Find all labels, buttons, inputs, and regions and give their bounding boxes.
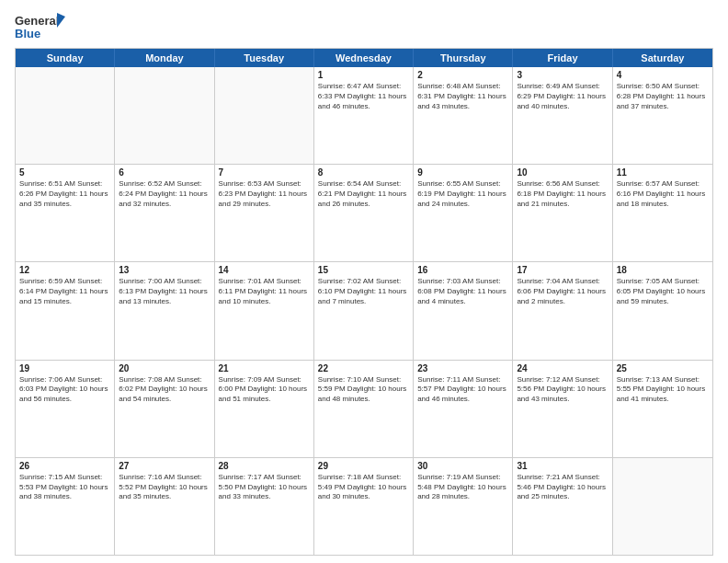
day-cell: 23Sunrise: 7:11 AM Sunset: 5:57 PM Dayli… bbox=[414, 361, 513, 457]
day-cell: 2Sunrise: 6:48 AM Sunset: 6:31 PM Daylig… bbox=[414, 67, 513, 164]
day-cell: 14Sunrise: 7:01 AM Sunset: 6:11 PM Dayli… bbox=[215, 262, 314, 359]
day-info: Sunrise: 7:17 AM Sunset: 5:50 PM Dayligh… bbox=[219, 473, 310, 502]
day-info: Sunrise: 7:18 AM Sunset: 5:49 PM Dayligh… bbox=[318, 473, 409, 502]
day-number: 27 bbox=[119, 461, 210, 471]
logo: GeneralBlue bbox=[15, 11, 65, 44]
day-number: 6 bbox=[119, 167, 210, 178]
day-cell bbox=[613, 458, 712, 555]
week-row-3: 19Sunrise: 7:06 AM Sunset: 6:03 PM Dayli… bbox=[16, 360, 712, 457]
week-row-0: 1Sunrise: 6:47 AM Sunset: 6:33 PM Daylig… bbox=[16, 67, 712, 164]
day-info: Sunrise: 7:16 AM Sunset: 5:52 PM Dayligh… bbox=[119, 473, 210, 502]
day-number: 20 bbox=[119, 363, 210, 373]
day-info: Sunrise: 7:06 AM Sunset: 6:03 PM Dayligh… bbox=[19, 375, 110, 405]
day-cell: 18Sunrise: 7:05 AM Sunset: 6:05 PM Dayli… bbox=[613, 262, 712, 359]
day-cell: 1Sunrise: 6:47 AM Sunset: 6:33 PM Daylig… bbox=[314, 67, 414, 164]
day-cell: 25Sunrise: 7:13 AM Sunset: 5:55 PM Dayli… bbox=[613, 361, 712, 457]
day-header-saturday: Saturday bbox=[613, 49, 712, 67]
day-info: Sunrise: 6:48 AM Sunset: 6:31 PM Dayligh… bbox=[417, 82, 508, 111]
day-number: 22 bbox=[318, 363, 409, 373]
day-header-monday: Monday bbox=[115, 49, 214, 67]
calendar-header: SundayMondayTuesdayWednesdayThursdayFrid… bbox=[16, 49, 712, 67]
day-info: Sunrise: 7:01 AM Sunset: 6:11 PM Dayligh… bbox=[219, 277, 310, 306]
day-cell: 21Sunrise: 7:09 AM Sunset: 6:00 PM Dayli… bbox=[215, 361, 314, 457]
day-number: 28 bbox=[219, 461, 310, 471]
day-number: 16 bbox=[417, 265, 508, 275]
day-cell: 5Sunrise: 6:51 AM Sunset: 6:26 PM Daylig… bbox=[16, 165, 115, 261]
day-number: 4 bbox=[617, 70, 709, 80]
day-cell: 9Sunrise: 6:55 AM Sunset: 6:19 PM Daylig… bbox=[414, 165, 513, 261]
day-number: 17 bbox=[517, 265, 608, 275]
day-cell bbox=[16, 67, 115, 164]
day-info: Sunrise: 7:02 AM Sunset: 6:10 PM Dayligh… bbox=[318, 277, 409, 306]
day-number: 18 bbox=[617, 265, 709, 275]
day-number: 5 bbox=[19, 167, 110, 178]
day-number: 12 bbox=[19, 265, 110, 275]
day-info: Sunrise: 7:05 AM Sunset: 6:05 PM Dayligh… bbox=[617, 277, 709, 306]
day-cell: 4Sunrise: 6:50 AM Sunset: 6:28 PM Daylig… bbox=[613, 67, 712, 164]
day-number: 7 bbox=[219, 167, 310, 178]
day-number: 19 bbox=[19, 363, 110, 373]
day-info: Sunrise: 6:50 AM Sunset: 6:28 PM Dayligh… bbox=[617, 82, 709, 111]
day-cell: 26Sunrise: 7:15 AM Sunset: 5:53 PM Dayli… bbox=[16, 458, 115, 555]
day-info: Sunrise: 7:08 AM Sunset: 6:02 PM Dayligh… bbox=[119, 375, 210, 405]
day-number: 31 bbox=[517, 461, 608, 471]
day-header-thursday: Thursday bbox=[414, 49, 513, 67]
day-cell: 7Sunrise: 6:53 AM Sunset: 6:23 PM Daylig… bbox=[215, 165, 314, 261]
day-info: Sunrise: 7:13 AM Sunset: 5:55 PM Dayligh… bbox=[617, 375, 709, 405]
day-info: Sunrise: 7:00 AM Sunset: 6:13 PM Dayligh… bbox=[119, 277, 210, 306]
day-info: Sunrise: 7:09 AM Sunset: 6:00 PM Dayligh… bbox=[219, 375, 310, 405]
day-info: Sunrise: 6:49 AM Sunset: 6:29 PM Dayligh… bbox=[517, 82, 608, 111]
day-cell: 12Sunrise: 6:59 AM Sunset: 6:14 PM Dayli… bbox=[16, 262, 115, 359]
day-cell bbox=[115, 67, 214, 164]
day-number: 29 bbox=[318, 461, 409, 471]
day-info: Sunrise: 6:57 AM Sunset: 6:16 PM Dayligh… bbox=[617, 179, 709, 209]
logo-icon: GeneralBlue bbox=[15, 11, 65, 44]
day-cell: 3Sunrise: 6:49 AM Sunset: 6:29 PM Daylig… bbox=[513, 67, 612, 164]
page: GeneralBlue SundayMondayTuesdayWednesday… bbox=[0, 0, 728, 563]
header: GeneralBlue bbox=[15, 11, 713, 44]
day-cell: 19Sunrise: 7:06 AM Sunset: 6:03 PM Dayli… bbox=[16, 361, 115, 457]
day-cell: 15Sunrise: 7:02 AM Sunset: 6:10 PM Dayli… bbox=[314, 262, 414, 359]
day-number: 11 bbox=[617, 167, 709, 178]
day-cell: 13Sunrise: 7:00 AM Sunset: 6:13 PM Dayli… bbox=[115, 262, 214, 359]
day-cell: 16Sunrise: 7:03 AM Sunset: 6:08 PM Dayli… bbox=[414, 262, 513, 359]
day-info: Sunrise: 7:03 AM Sunset: 6:08 PM Dayligh… bbox=[417, 277, 508, 306]
day-number: 25 bbox=[617, 363, 709, 373]
day-info: Sunrise: 6:51 AM Sunset: 6:26 PM Dayligh… bbox=[19, 179, 110, 209]
calendar: SundayMondayTuesdayWednesdayThursdayFrid… bbox=[15, 48, 713, 556]
calendar-body: 1Sunrise: 6:47 AM Sunset: 6:33 PM Daylig… bbox=[16, 67, 712, 555]
day-info: Sunrise: 7:04 AM Sunset: 6:06 PM Dayligh… bbox=[517, 277, 608, 306]
day-number: 24 bbox=[517, 363, 608, 373]
week-row-4: 26Sunrise: 7:15 AM Sunset: 5:53 PM Dayli… bbox=[16, 457, 712, 555]
svg-text:General: General bbox=[15, 14, 59, 28]
day-cell: 10Sunrise: 6:56 AM Sunset: 6:18 PM Dayli… bbox=[513, 165, 612, 261]
day-number: 1 bbox=[318, 70, 409, 80]
day-number: 23 bbox=[417, 363, 508, 373]
day-cell: 20Sunrise: 7:08 AM Sunset: 6:02 PM Dayli… bbox=[115, 361, 214, 457]
day-number: 21 bbox=[219, 363, 310, 373]
day-cell: 28Sunrise: 7:17 AM Sunset: 5:50 PM Dayli… bbox=[215, 458, 314, 555]
day-info: Sunrise: 7:19 AM Sunset: 5:48 PM Dayligh… bbox=[417, 473, 508, 502]
day-cell: 6Sunrise: 6:52 AM Sunset: 6:24 PM Daylig… bbox=[115, 165, 214, 261]
day-cell bbox=[215, 67, 314, 164]
day-info: Sunrise: 7:11 AM Sunset: 5:57 PM Dayligh… bbox=[417, 375, 508, 405]
day-number: 10 bbox=[517, 167, 608, 178]
day-info: Sunrise: 6:54 AM Sunset: 6:21 PM Dayligh… bbox=[318, 179, 409, 209]
day-info: Sunrise: 6:52 AM Sunset: 6:24 PM Dayligh… bbox=[119, 179, 210, 209]
svg-marker-2 bbox=[57, 13, 65, 28]
day-info: Sunrise: 6:47 AM Sunset: 6:33 PM Dayligh… bbox=[318, 82, 409, 111]
week-row-1: 5Sunrise: 6:51 AM Sunset: 6:26 PM Daylig… bbox=[16, 164, 712, 261]
day-info: Sunrise: 7:12 AM Sunset: 5:56 PM Dayligh… bbox=[517, 375, 608, 405]
day-cell: 8Sunrise: 6:54 AM Sunset: 6:21 PM Daylig… bbox=[314, 165, 414, 261]
day-number: 9 bbox=[417, 167, 508, 178]
day-cell: 11Sunrise: 6:57 AM Sunset: 6:16 PM Dayli… bbox=[613, 165, 712, 261]
day-info: Sunrise: 7:15 AM Sunset: 5:53 PM Dayligh… bbox=[19, 473, 110, 502]
day-header-wednesday: Wednesday bbox=[314, 49, 414, 67]
day-info: Sunrise: 7:21 AM Sunset: 5:46 PM Dayligh… bbox=[517, 473, 608, 502]
day-cell: 31Sunrise: 7:21 AM Sunset: 5:46 PM Dayli… bbox=[513, 458, 612, 555]
day-info: Sunrise: 6:59 AM Sunset: 6:14 PM Dayligh… bbox=[19, 277, 110, 306]
day-number: 2 bbox=[417, 70, 508, 80]
day-info: Sunrise: 6:56 AM Sunset: 6:18 PM Dayligh… bbox=[517, 179, 608, 209]
day-cell: 22Sunrise: 7:10 AM Sunset: 5:59 PM Dayli… bbox=[314, 361, 414, 457]
day-info: Sunrise: 6:53 AM Sunset: 6:23 PM Dayligh… bbox=[219, 179, 310, 209]
